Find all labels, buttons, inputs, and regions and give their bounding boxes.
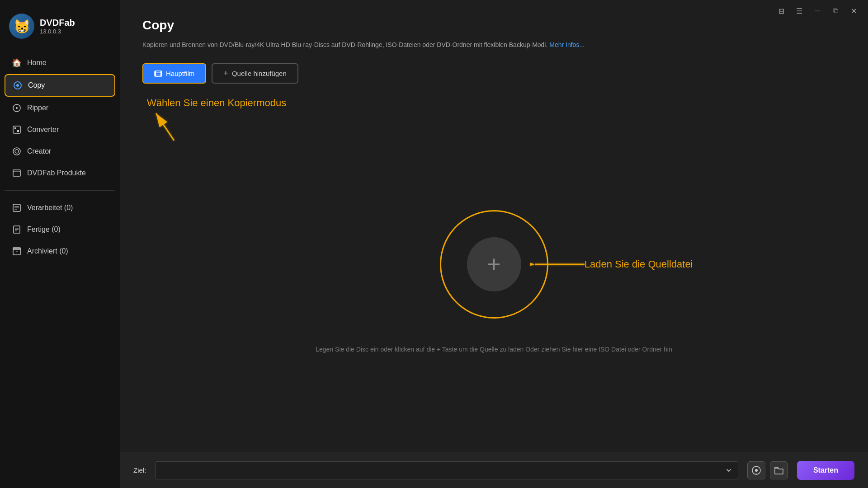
svg-rect-23 xyxy=(155,71,156,76)
mehr-infos-link[interactable]: Mehr Infos... xyxy=(549,41,585,48)
iso-icon xyxy=(751,465,762,476)
maximize-button[interactable]: ⧉ xyxy=(828,4,843,18)
svg-rect-24 xyxy=(160,71,162,76)
nav-section-main: 🏠 Home Copy Ripper xyxy=(0,52,120,183)
svg-rect-5 xyxy=(14,127,16,129)
nav-section-bottom: Verarbeitet (0) Fertige (0) xyxy=(0,197,120,262)
titlebar: ⊟ ☰ ─ ⧉ ✕ xyxy=(767,0,868,22)
hauptfilm-button[interactable]: Hauptfilm xyxy=(142,63,206,84)
copy-icon xyxy=(13,80,23,90)
svg-point-7 xyxy=(13,148,20,155)
laden-label: Laden Sie die Quelldatei xyxy=(585,258,693,270)
sidebar-item-copy[interactable]: Copy xyxy=(5,74,115,97)
sidebar-item-label: Archiviert (0) xyxy=(27,247,68,255)
logo-text: DVDFab 13.0.0.3 xyxy=(40,18,75,35)
svg-rect-6 xyxy=(17,130,19,132)
minimize-button[interactable]: ─ xyxy=(810,4,825,18)
sidebar-item-label: Ripper xyxy=(27,104,48,112)
copy-mode-label: Wählen Sie einen Kopiermodus xyxy=(147,97,286,109)
bottom-bar: Ziel: Starten xyxy=(120,452,868,488)
sidebar-item-label: Creator xyxy=(27,147,51,155)
page-description: Kopieren und Brennen von DVD/Blu-ray/4K … xyxy=(142,40,617,50)
app-logo: 😸 xyxy=(9,14,34,39)
archiviert-icon xyxy=(12,246,22,256)
svg-rect-4 xyxy=(13,126,20,133)
iso-button[interactable] xyxy=(747,461,765,479)
brand-name: DVDFab xyxy=(40,18,75,28)
produkte-icon xyxy=(12,168,22,178)
hauptfilm-label: Hauptfilm xyxy=(166,70,194,77)
content-area: Copy Kopieren und Brennen von DVD/Blu-ra… xyxy=(120,0,868,452)
hauptfilm-icon xyxy=(154,70,162,78)
sidebar-item-converter[interactable]: Converter xyxy=(5,119,115,140)
laden-annotation: Laden Sie die Quelldatei xyxy=(530,253,693,276)
converter-icon xyxy=(12,125,22,135)
add-source-button[interactable]: + xyxy=(467,237,521,291)
sidebar-item-label: Converter xyxy=(27,126,59,134)
menu-button[interactable]: ☰ xyxy=(792,4,807,18)
close-button[interactable]: ✕ xyxy=(846,4,861,18)
ripper-icon xyxy=(12,103,22,113)
sidebar-item-label: Home xyxy=(27,59,47,67)
quelle-label: Quelle hinzufügen xyxy=(232,70,287,77)
nav-divider xyxy=(5,190,115,191)
sidebar: 😸 DVDFab 13.0.0.3 🏠 Home Copy xyxy=(0,0,120,488)
folder-button[interactable] xyxy=(770,461,788,479)
copy-mode-annotation: Wählen Sie einen Kopiermodus xyxy=(147,97,286,145)
copy-mode-arrow xyxy=(147,109,183,145)
sidebar-item-label: Verarbeitet (0) xyxy=(27,204,73,212)
starten-button[interactable]: Starten xyxy=(797,461,854,480)
logo-area: 😸 DVDFab 13.0.0.3 xyxy=(0,9,120,52)
sidebar-item-fertige[interactable]: Fertige (0) xyxy=(5,219,115,240)
quelle-button[interactable]: + Quelle hinzufügen xyxy=(212,63,298,84)
svg-point-3 xyxy=(16,107,18,109)
logo-icon: 😸 xyxy=(14,19,30,34)
svg-point-30 xyxy=(755,469,758,472)
sidebar-item-label: DVDFab Produkte xyxy=(27,169,86,177)
circle-container: + Laden Sie die Quelldatei xyxy=(440,210,548,319)
sidebar-item-dvdfab-produkte[interactable]: DVDFab Produkte xyxy=(5,163,115,183)
plus-icon: + xyxy=(223,69,228,78)
svg-point-8 xyxy=(15,150,19,153)
sidebar-item-ripper[interactable]: Ripper xyxy=(5,98,115,118)
plus-icon: + xyxy=(487,253,500,276)
app-version: 13.0.0.3 xyxy=(40,28,75,35)
sidebar-item-verarbeitet[interactable]: Verarbeitet (0) xyxy=(5,197,115,218)
folder-icon xyxy=(774,465,784,476)
svg-rect-9 xyxy=(13,170,20,176)
creator-icon xyxy=(12,146,22,156)
ziel-actions xyxy=(747,461,788,479)
drop-hint: Legen Sie die Disc ein oder klicken auf … xyxy=(316,346,672,353)
fertige-icon xyxy=(12,225,22,235)
svg-point-1 xyxy=(16,84,19,87)
sidebar-item-home[interactable]: 🏠 Home xyxy=(5,52,115,73)
sidebar-item-label: Copy xyxy=(28,81,45,89)
page-title: Copy xyxy=(142,18,845,33)
laden-arrow xyxy=(530,253,589,276)
main-content: ⊟ ☰ ─ ⧉ ✕ Copy Kopieren und Brennen von … xyxy=(120,0,868,488)
ziel-dropdown[interactable] xyxy=(155,461,738,479)
sidebar-item-archiviert[interactable]: Archiviert (0) xyxy=(5,241,115,262)
home-icon: 🏠 xyxy=(12,58,22,68)
sidebar-item-label: Fertige (0) xyxy=(27,225,61,234)
taskbar-button[interactable]: ⊟ xyxy=(774,4,788,18)
verarbeitet-icon xyxy=(12,203,22,213)
toolbar: Hauptfilm + Quelle hinzufügen xyxy=(142,63,845,84)
description-text: Kopieren und Brennen von DVD/Blu-ray/4K … xyxy=(142,41,547,48)
ziel-label: Ziel: xyxy=(133,466,146,474)
sidebar-item-creator[interactable]: Creator xyxy=(5,141,115,162)
dropdown-chevron-icon xyxy=(725,467,732,474)
drop-area[interactable]: Wählen Sie einen Kopiermodus + xyxy=(142,102,845,452)
